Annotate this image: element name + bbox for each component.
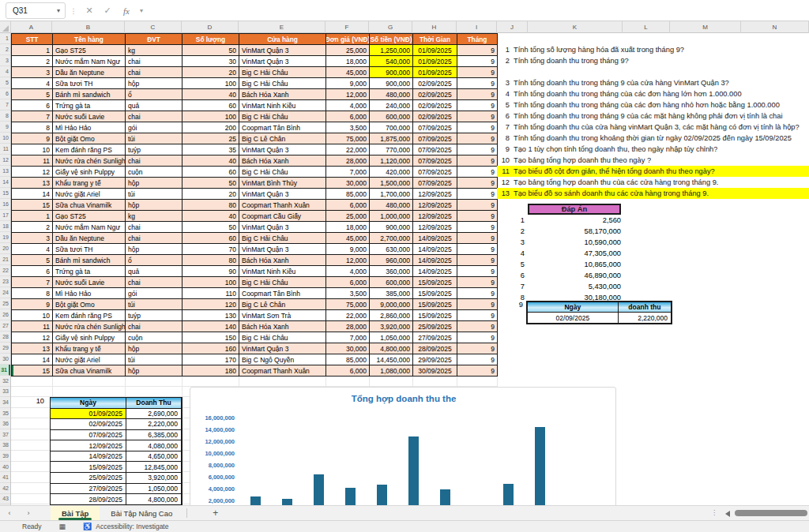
row-header-32[interactable]: 32: [0, 376, 10, 387]
cell[interactable]: 22,000: [326, 144, 370, 155]
cell[interactable]: Trứng gà ta: [53, 100, 126, 111]
row-header-37[interactable]: 37: [0, 429, 10, 440]
cell[interactable]: 02/09/2025: [413, 111, 457, 122]
row-header-43[interactable]: 43: [0, 494, 10, 505]
cell[interactable]: 07/09/2025: [413, 155, 457, 167]
cell[interactable]: 150: [182, 332, 239, 343]
table-header-cell[interactable]: Tháng: [457, 34, 498, 45]
cell[interactable]: 12,845,000: [126, 462, 182, 473]
daily-table-header[interactable]: Doanh Thu: [126, 398, 182, 409]
cell[interactable]: chai: [126, 321, 182, 332]
cell[interactable]: 85,000: [326, 189, 370, 200]
row-header-40[interactable]: 40: [0, 462, 10, 473]
cell[interactable]: 9: [457, 56, 498, 67]
cell[interactable]: 01/09/2025: [413, 45, 457, 56]
cell[interactable]: 15: [12, 200, 53, 211]
row-header-25[interactable]: 25: [0, 298, 10, 309]
row-header-24[interactable]: 24: [0, 287, 10, 298]
cell[interactable]: 07/09/2025: [51, 430, 126, 441]
cell[interactable]: Sữa tươi TH: [53, 244, 126, 255]
cell[interactable]: 30/09/2025: [413, 365, 457, 377]
cell[interactable]: Kem đánh răng PS: [53, 310, 126, 321]
cell[interactable]: 6: [12, 100, 53, 111]
cell[interactable]: 28/09/2025: [51, 494, 126, 505]
cell[interactable]: 13: [12, 343, 53, 354]
column-header-H[interactable]: H: [412, 21, 457, 33]
cell[interactable]: 4,650,000: [126, 451, 182, 463]
row-header-17[interactable]: 17: [0, 210, 10, 221]
cell[interactable]: Giấy vệ sinh Pulppy: [53, 167, 126, 178]
row-header-13[interactable]: 13: [0, 166, 10, 177]
horizontal-scrollbar[interactable]: [735, 510, 807, 516]
cell[interactable]: 6,385,000: [126, 430, 182, 441]
cell[interactable]: 9: [457, 222, 498, 233]
cell[interactable]: Sữa tươi TH: [53, 78, 126, 89]
cell[interactable]: Big C Lê Chân: [239, 299, 326, 310]
chart-bar-14/09/2025[interactable]: [377, 485, 387, 505]
cell[interactable]: 1,080,000: [370, 365, 413, 377]
row-header-2[interactable]: 2: [0, 44, 10, 55]
cell[interactable]: 07/09/2025: [413, 133, 457, 144]
cell[interactable]: 45,000: [326, 67, 370, 78]
question-6[interactable]: 6Tính tổng doanh thu trong tháng 9 của c…: [497, 111, 809, 122]
column-header-K[interactable]: K: [528, 21, 623, 33]
cell[interactable]: 7,000: [326, 167, 370, 178]
row-header-26[interactable]: 26: [0, 309, 10, 320]
row-header-4[interactable]: 4: [0, 66, 10, 77]
cell[interactable]: 40: [182, 89, 239, 100]
row-header-36[interactable]: 36: [0, 418, 10, 429]
row-header-6[interactable]: 6: [0, 88, 10, 99]
cell[interactable]: 14/09/2025: [413, 255, 457, 266]
row-header-41[interactable]: 41: [0, 472, 10, 483]
cell[interactable]: Dầu ăn Neptune: [53, 67, 126, 78]
cell[interactable]: Big C Hải Châu: [239, 67, 326, 78]
cell[interactable]: 9: [457, 233, 498, 244]
row-header-12[interactable]: 12: [0, 155, 10, 166]
select-all-corner[interactable]: [0, 21, 11, 33]
cell[interactable]: VinMart Quận 3: [239, 144, 326, 155]
cell[interactable]: 30,000: [326, 343, 370, 354]
cell[interactable]: 9: [457, 133, 498, 144]
revenue-bar-chart[interactable]: Tổng hợp doanh thu the 16,000,00014,000,…: [190, 387, 616, 505]
cell[interactable]: 3,920,000: [126, 473, 182, 484]
table-header-cell[interactable]: Thời Gian: [413, 34, 457, 45]
cell[interactable]: Nước rửa chén Sunlight: [53, 155, 126, 167]
cell[interactable]: 22,000: [326, 310, 370, 321]
cell[interactable]: 9: [457, 211, 498, 222]
cancel-icon[interactable]: ✕: [81, 2, 97, 19]
tab-nav-left-icon[interactable]: ‹: [0, 509, 19, 517]
cell[interactable]: 60: [182, 167, 239, 178]
cell[interactable]: 14/09/2025: [413, 266, 457, 277]
row-header-33[interactable]: 33: [0, 387, 10, 398]
cell[interactable]: 600,000: [370, 111, 413, 122]
cell[interactable]: ổ: [126, 89, 182, 100]
row-header-15[interactable]: 15: [0, 188, 10, 199]
cell[interactable]: chai: [126, 111, 182, 122]
row-header-23[interactable]: 23: [0, 276, 10, 287]
row-header-42[interactable]: 42: [0, 483, 10, 494]
cell[interactable]: Nước mắm Nam Ngư: [53, 56, 126, 67]
cell[interactable]: Big C Hải Châu: [239, 277, 326, 288]
cell[interactable]: túi: [126, 189, 182, 200]
cell[interactable]: 1,500,000: [370, 178, 413, 189]
cell[interactable]: Coopmart Thanh Xuân: [239, 365, 326, 377]
cell[interactable]: 1,250,000: [370, 45, 413, 56]
cell[interactable]: Gạo ST25: [53, 45, 126, 56]
chart-bar-12/09/2025[interactable]: [345, 488, 356, 505]
sheet-canvas[interactable]: 1234567891011121314151617181920212223242…: [0, 33, 809, 505]
cell[interactable]: Kem đánh răng PS: [53, 144, 126, 155]
cell[interactable]: 170: [182, 354, 239, 365]
cell[interactable]: 130: [182, 310, 239, 321]
cell[interactable]: 20: [182, 189, 239, 200]
cell[interactable]: 9: [457, 155, 498, 167]
cell[interactable]: 25: [182, 133, 239, 144]
cell[interactable]: tuýp: [126, 144, 182, 155]
cell[interactable]: 9: [457, 343, 498, 354]
cell[interactable]: 75,000: [326, 299, 370, 310]
cell[interactable]: 12: [12, 167, 53, 178]
row-header-35[interactable]: 35: [0, 408, 10, 419]
cell[interactable]: 25/09/2025: [51, 473, 126, 484]
cell[interactable]: chai: [126, 233, 182, 244]
cell[interactable]: túi: [126, 299, 182, 310]
formula-bar-expand-icon[interactable]: ▾: [136, 2, 147, 19]
